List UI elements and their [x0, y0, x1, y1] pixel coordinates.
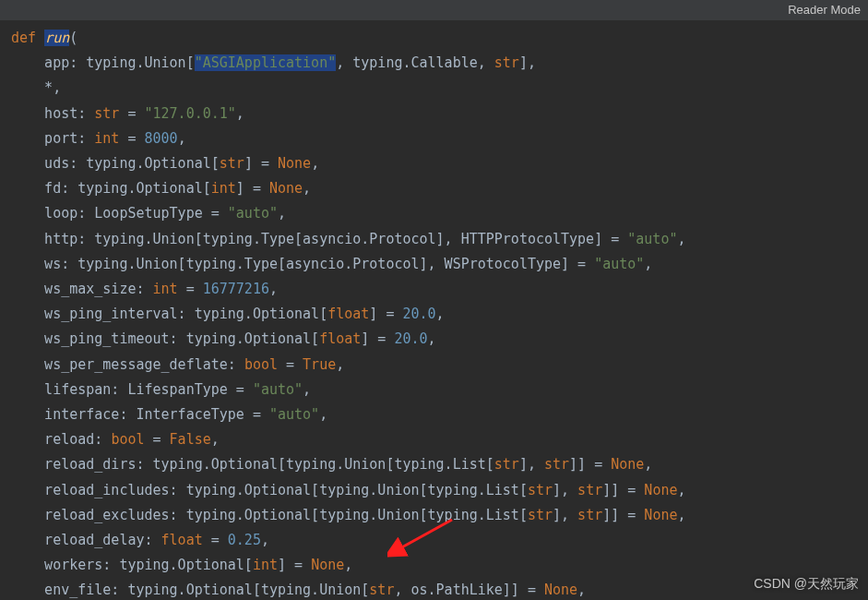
code-line: ws_ping_timeout: typing.Optional[float] …: [11, 327, 868, 352]
function-name: run: [44, 30, 69, 46]
code-line: ws: typing.Union[typing.Type[asyncio.Pro…: [11, 252, 868, 277]
type-float: float: [161, 532, 203, 548]
keyword-none: None: [278, 155, 311, 172]
type-str: str: [494, 456, 519, 473]
code-line: loop: LoopSetupType = "auto",: [11, 201, 868, 226]
keyword-none: None: [644, 507, 677, 523]
number-literal: 0.25: [228, 532, 261, 548]
type-bool: bool: [111, 431, 144, 448]
keyword-none: None: [611, 456, 644, 473]
code-line: uds: typing.Optional[str] = None,: [11, 151, 868, 176]
topbar: Reader Mode: [0, 0, 868, 20]
type-int: int: [94, 130, 119, 147]
code-line: host: str = "127.0.0.1",: [11, 102, 868, 126]
code-line: reload_includes: typing.Optional[typing.…: [11, 478, 868, 503]
keyword-none: None: [311, 557, 344, 573]
code-line: lifespan: LifespanType = "auto",: [11, 378, 868, 402]
type-str: str: [220, 155, 244, 172]
string-literal: "auto": [228, 205, 278, 222]
code-line: env_file: typing.Optional[typing.Union[s…: [11, 578, 868, 600]
string-literal: "127.0.0.1": [145, 105, 236, 122]
code-line: fd: typing.Optional[int] = None,: [11, 176, 868, 201]
keyword-none: None: [644, 482, 677, 498]
code-line: app: typing.Union["ASGIApplication", typ…: [11, 51, 868, 76]
watermark: CSDN @天然玩家: [754, 576, 859, 593]
code-line: ws_per_message_deflate: bool = True,: [11, 353, 868, 378]
number-literal: 20.0: [402, 306, 435, 322]
keyword-none: None: [544, 582, 577, 598]
type-str: str: [94, 105, 119, 122]
code-line: reload: bool = False,: [11, 427, 868, 452]
code-line: http: typing.Union[typing.Type[asyncio.P…: [11, 227, 868, 252]
code-line: reload_dirs: typing.Optional[typing.Unio…: [11, 452, 868, 477]
type-int: int: [153, 281, 178, 297]
code-line: ws_max_size: int = 16777216,: [11, 277, 868, 302]
string-literal: "auto": [627, 231, 677, 247]
reader-mode-button[interactable]: Reader Mode: [788, 3, 861, 17]
type-str: str: [369, 582, 394, 598]
code-line: def run(: [11, 26, 868, 51]
string-literal: "auto": [269, 406, 319, 423]
code-line: *,: [11, 76, 868, 101]
type-float: float: [327, 306, 369, 322]
number-literal: 16777216: [203, 281, 269, 297]
type-int: int: [211, 180, 236, 197]
code-line: reload_excludes: typing.Optional[typing.…: [11, 503, 868, 528]
code-line: port: int = 8000,: [11, 126, 868, 151]
code-line: reload_delay: float = 0.25,: [11, 528, 868, 553]
keyword-true: True: [303, 356, 336, 373]
type-str: str: [544, 456, 569, 473]
code-line: workers: typing.Optional[int] = None,: [11, 553, 868, 578]
type-str: str: [528, 482, 553, 498]
type-int: int: [253, 557, 278, 573]
type-bool: bool: [244, 356, 278, 373]
keyword-def: def: [11, 30, 44, 46]
string-literal: "auto": [594, 256, 644, 272]
type-str: str: [528, 507, 553, 523]
number-literal: 20.0: [394, 330, 427, 347]
string-literal: "ASGIApplication": [195, 54, 337, 71]
code-editor[interactable]: def run( app: typing.Union["ASGIApplicat…: [0, 20, 868, 600]
type-float: float: [319, 330, 361, 347]
type-str: str: [577, 507, 602, 523]
number-literal: 8000: [145, 130, 178, 147]
keyword-none: None: [269, 180, 303, 197]
string-literal: "auto": [253, 381, 303, 398]
code-line: ws_ping_interval: typing.Optional[float]…: [11, 302, 868, 327]
type-str: str: [494, 54, 519, 71]
paren: (: [69, 30, 77, 46]
code-line: interface: InterfaceType = "auto",: [11, 402, 868, 427]
type-str: str: [577, 482, 602, 498]
keyword-false: False: [170, 431, 211, 448]
